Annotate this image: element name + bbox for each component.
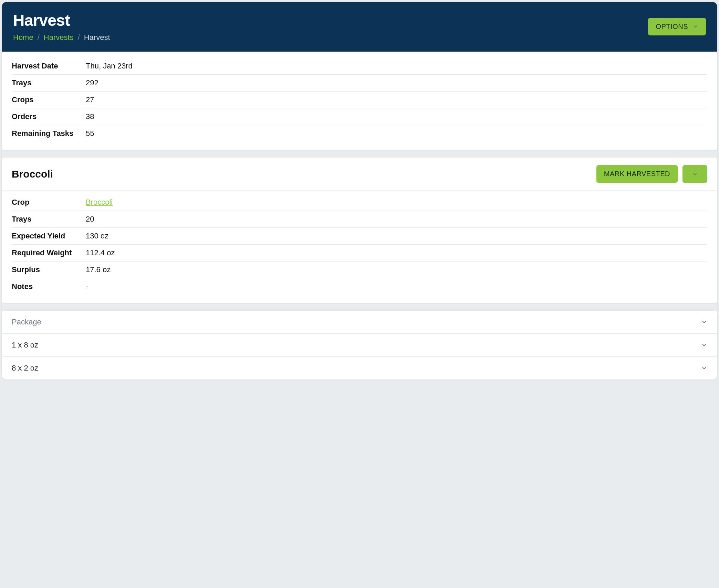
packages-header-row[interactable]: Package (2, 311, 717, 334)
page-header: Harvest Home / Harvests / Harvest OPTION… (2, 2, 717, 52)
summary-row: Orders 38 (12, 108, 707, 125)
options-button-label: OPTIONS (656, 23, 688, 31)
summary-row: Remaining Tasks 55 (12, 125, 707, 142)
package-item-label: 1 x 8 oz (12, 341, 38, 350)
summary-label: Harvest Date (12, 62, 86, 71)
chevron-down-icon (692, 171, 698, 177)
page-title: Harvest (13, 11, 110, 30)
crop-detail-row: Required Weight 112.4 oz (12, 245, 707, 261)
summary-label: Remaining Tasks (12, 129, 86, 138)
breadcrumb-current: Harvest (84, 33, 110, 42)
options-button[interactable]: OPTIONS (648, 18, 706, 35)
summary-row: Harvest Date Thu, Jan 23rd (12, 58, 707, 75)
crop-detail-label: Surplus (12, 265, 86, 274)
breadcrumb-harvests[interactable]: Harvests (44, 33, 74, 42)
package-item[interactable]: 8 x 2 oz (2, 357, 717, 379)
summary-value: 55 (86, 129, 94, 138)
crop-detail-row: Surplus 17.6 oz (12, 261, 707, 278)
crop-detail-label: Required Weight (12, 248, 86, 257)
chevron-down-icon (701, 319, 707, 325)
summary-value: 38 (86, 112, 94, 121)
crop-detail-value: 112.4 oz (86, 248, 115, 257)
crop-detail-value: 130 oz (86, 232, 108, 240)
summary-card: Harvest Date Thu, Jan 23rd Trays 292 Cro… (2, 52, 717, 150)
crop-detail-value: 20 (86, 215, 94, 224)
crop-link[interactable]: Broccoli (86, 198, 113, 207)
summary-label: Trays (12, 78, 86, 87)
package-item-label: 8 x 2 oz (12, 364, 38, 373)
summary-label: Crops (12, 95, 86, 104)
crop-card: Broccoli MARK HARVESTED Crop Broccoli Tr… (2, 158, 717, 303)
breadcrumb-separator: / (78, 33, 80, 42)
crop-detail-row: Trays 20 (12, 211, 707, 228)
crop-actions-dropdown-button[interactable] (682, 165, 707, 183)
breadcrumb-separator: / (38, 33, 40, 42)
chevron-down-icon (693, 24, 698, 29)
crop-detail-value: - (86, 282, 88, 291)
package-item[interactable]: 1 x 8 oz (2, 334, 717, 357)
summary-row: Crops 27 (12, 92, 707, 108)
crop-title: Broccoli (12, 168, 53, 180)
crop-detail-label: Crop (12, 198, 86, 207)
crop-detail-label: Trays (12, 215, 86, 224)
crop-detail-label: Expected Yield (12, 232, 86, 240)
summary-value: 27 (86, 95, 94, 104)
packages-header-label: Package (12, 318, 41, 327)
crop-detail-label: Notes (12, 282, 86, 291)
summary-label: Orders (12, 112, 86, 121)
summary-value: Thu, Jan 23rd (86, 62, 133, 71)
mark-harvested-button[interactable]: MARK HARVESTED (596, 165, 678, 183)
crop-detail-value: 17.6 oz (86, 265, 111, 274)
packages-card: Package 1 x 8 oz 8 x 2 oz (2, 311, 717, 379)
crop-card-header: Broccoli MARK HARVESTED (2, 158, 717, 191)
breadcrumb: Home / Harvests / Harvest (13, 33, 110, 42)
crop-detail-row: Expected Yield 130 oz (12, 228, 707, 245)
summary-value: 292 (86, 78, 98, 87)
chevron-down-icon (701, 365, 707, 371)
summary-row: Trays 292 (12, 75, 707, 92)
crop-detail-row: Crop Broccoli (12, 194, 707, 211)
breadcrumb-home[interactable]: Home (13, 33, 33, 42)
crop-detail-row: Notes - (12, 278, 707, 295)
chevron-down-icon (701, 342, 707, 348)
mark-harvested-label: MARK HARVESTED (604, 170, 670, 178)
